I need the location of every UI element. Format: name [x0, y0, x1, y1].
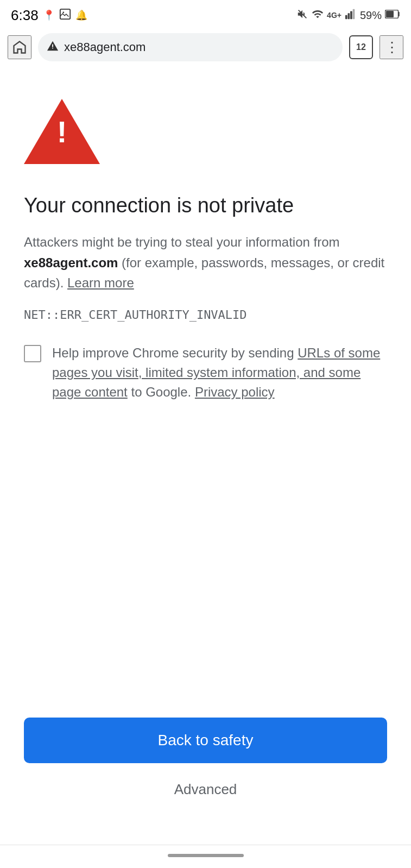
error-heading: Your connection is not private	[24, 192, 387, 219]
menu-button[interactable]: ⋮	[380, 35, 403, 59]
address-bar[interactable]: xe88agent.com	[38, 33, 343, 61]
status-left: 6:38 📍 🔔	[11, 7, 87, 24]
svg-point-1	[62, 11, 64, 13]
description-part1: Attackers might be trying to steal your …	[24, 235, 340, 249]
checkbox-label-text: Help improve Chrome security by sending …	[52, 343, 387, 402]
status-bar: 6:38 📍 🔔 4G+	[0, 0, 411, 28]
privacy-policy-link[interactable]: Privacy policy	[195, 385, 275, 399]
bottom-buttons: Back to safety Advanced	[24, 718, 387, 823]
security-checkbox-area: Help improve Chrome security by sending …	[24, 343, 387, 402]
error-code: NET::ERR_CERT_AUTHORITY_INVALID	[24, 308, 387, 322]
checkbox-label-part1: Help improve Chrome security by sending	[52, 345, 298, 360]
warning-icon-container	[24, 99, 387, 166]
status-time: 6:38	[11, 7, 39, 24]
home-button[interactable]	[8, 35, 31, 59]
4g-icon: 4G+	[327, 11, 342, 20]
wifi-icon	[312, 8, 324, 22]
tabs-count: 12	[356, 42, 366, 52]
error-warning-icon	[24, 99, 100, 164]
description-site: xe88agent.com	[24, 255, 118, 270]
svg-rect-3	[345, 15, 347, 19]
mute-icon	[296, 8, 308, 22]
battery-icon	[385, 10, 400, 21]
main-content: Your connection is not private Attackers…	[0, 66, 411, 845]
three-dots-icon: ⋮	[385, 40, 399, 54]
location-icon: 📍	[43, 9, 55, 21]
error-description: Attackers might be trying to steal your …	[24, 232, 387, 293]
url-display: xe88agent.com	[64, 40, 146, 54]
spacer	[24, 435, 387, 718]
status-right: 4G+ 59%	[296, 8, 400, 22]
home-indicator	[168, 854, 244, 857]
image-icon	[59, 8, 71, 23]
warning-icon	[47, 40, 59, 55]
bell-icon: 🔔	[75, 9, 87, 21]
svg-rect-8	[386, 11, 394, 17]
learn-more-link[interactable]: Learn more	[67, 275, 134, 290]
svg-rect-5	[350, 11, 352, 20]
battery-percent: 59%	[360, 9, 382, 22]
svg-rect-6	[353, 9, 355, 19]
checkbox-label-end: to Google.	[128, 385, 195, 399]
security-checkbox[interactable]	[24, 345, 41, 362]
signal-icon	[345, 8, 357, 22]
tabs-button[interactable]: 12	[349, 35, 373, 59]
bottom-indicator	[0, 845, 411, 868]
nav-bar: xe88agent.com 12 ⋮	[0, 28, 411, 66]
back-to-safety-button[interactable]: Back to safety	[24, 718, 387, 763]
svg-rect-4	[347, 13, 350, 19]
advanced-button[interactable]: Advanced	[24, 772, 387, 807]
